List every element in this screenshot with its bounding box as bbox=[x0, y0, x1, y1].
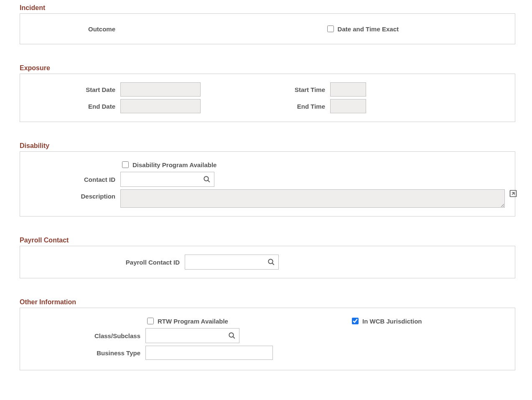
incident-title: Incident bbox=[20, 4, 515, 12]
date-time-exact-checkbox[interactable] bbox=[327, 25, 334, 32]
end-date-input[interactable] bbox=[120, 99, 201, 113]
business-type-input[interactable] bbox=[145, 346, 273, 360]
contact-id-label: Contact ID bbox=[20, 176, 120, 183]
payroll-title: Payroll Contact bbox=[20, 237, 515, 244]
expand-icon[interactable] bbox=[509, 189, 517, 198]
exposure-section: Exposure Start Date Start Time End Date … bbox=[20, 64, 515, 122]
incident-section: Incident Outcome Date and Time Exact bbox=[20, 4, 515, 44]
start-date-label: Start Date bbox=[20, 86, 120, 93]
end-date-label: End Date bbox=[20, 103, 120, 110]
payroll-contact-id-lookup[interactable] bbox=[185, 255, 279, 270]
search-icon[interactable] bbox=[228, 332, 236, 339]
contact-id-input[interactable] bbox=[124, 172, 203, 186]
incident-box: Outcome Date and Time Exact bbox=[20, 13, 515, 44]
payroll-contact-id-input[interactable] bbox=[188, 255, 267, 269]
class-input[interactable] bbox=[149, 329, 228, 343]
contact-id-lookup[interactable] bbox=[120, 172, 214, 187]
disability-program-checkbox[interactable] bbox=[122, 161, 129, 168]
disability-section: Disability Disability Program Available … bbox=[20, 142, 515, 217]
start-time-input[interactable] bbox=[330, 82, 366, 97]
other-box: RTW Program Available In WCB Jurisdictio… bbox=[20, 308, 515, 370]
search-icon[interactable] bbox=[203, 176, 211, 183]
svg-line-4 bbox=[272, 263, 274, 265]
disability-box: Disability Program Available Contact ID … bbox=[20, 151, 515, 217]
description-textarea[interactable] bbox=[120, 189, 505, 208]
payroll-contact-id-label: Payroll Contact ID bbox=[20, 259, 185, 266]
svg-point-0 bbox=[204, 176, 209, 181]
wcb-label: In WCB Jurisdiction bbox=[362, 318, 422, 325]
svg-point-3 bbox=[268, 259, 273, 264]
start-time-label: Start Time bbox=[238, 86, 330, 93]
disability-program-label: Disability Program Available bbox=[132, 161, 216, 168]
end-time-label: End Time bbox=[238, 103, 330, 110]
class-label: Class/Subclass bbox=[20, 332, 145, 339]
end-time-input[interactable] bbox=[330, 99, 366, 113]
other-section: Other Information RTW Program Available … bbox=[20, 298, 515, 370]
wcb-checkbox[interactable] bbox=[352, 318, 359, 324]
payroll-section: Payroll Contact Payroll Contact ID bbox=[20, 237, 515, 278]
class-lookup[interactable] bbox=[145, 328, 239, 343]
business-type-label: Business Type bbox=[20, 349, 145, 357]
exposure-title: Exposure bbox=[20, 64, 515, 72]
payroll-box: Payroll Contact ID bbox=[20, 246, 515, 278]
outcome-label: Outcome bbox=[20, 25, 120, 33]
search-icon[interactable] bbox=[267, 258, 275, 266]
svg-line-1 bbox=[208, 181, 210, 182]
date-time-exact-label: Date and Time Exact bbox=[338, 25, 399, 33]
rtw-label: RTW Program Available bbox=[158, 318, 228, 325]
description-label: Description bbox=[20, 189, 120, 200]
svg-line-6 bbox=[233, 337, 235, 339]
disability-title: Disability bbox=[20, 142, 515, 150]
start-date-input[interactable] bbox=[120, 82, 201, 97]
svg-point-5 bbox=[229, 333, 234, 337]
other-title: Other Information bbox=[20, 298, 515, 306]
exposure-box: Start Date Start Time End Date End Time bbox=[20, 74, 515, 122]
rtw-checkbox[interactable] bbox=[147, 318, 154, 324]
